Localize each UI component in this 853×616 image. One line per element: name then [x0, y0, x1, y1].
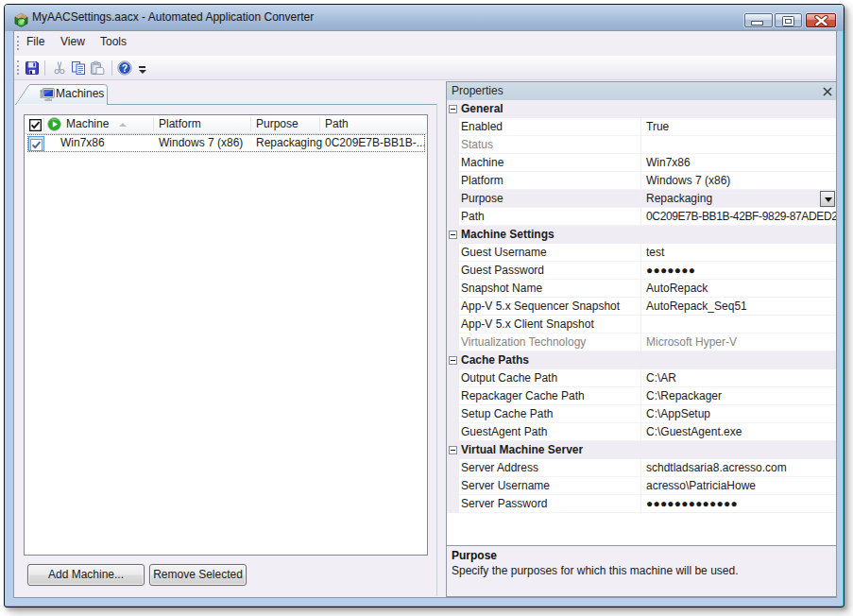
- svg-text:?: ?: [122, 62, 128, 74]
